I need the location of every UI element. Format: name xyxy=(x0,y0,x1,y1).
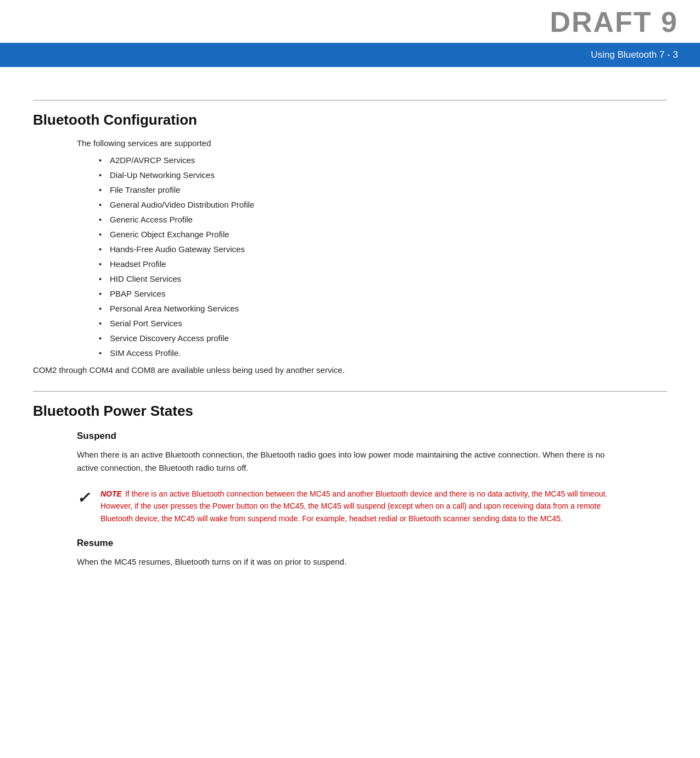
suspend-text: When there is an active Bluetooth connec… xyxy=(77,448,623,475)
section-divider-1 xyxy=(33,100,667,101)
list-item: Personal Area Networking Services xyxy=(99,304,667,313)
note-box: ✓ NOTEIf there is an active Bluetooth co… xyxy=(77,488,623,525)
services-list: A2DP/AVRCP ServicesDial-Up Networking Se… xyxy=(99,155,667,358)
section1-heading: Bluetooth Configuration xyxy=(33,112,667,129)
list-item: Generic Access Profile xyxy=(99,215,667,224)
list-item: Headset Profile xyxy=(99,259,667,269)
list-item: PBAP Services xyxy=(99,289,667,298)
section-divider-2 xyxy=(33,391,667,392)
section1-intro: The following services are supported xyxy=(77,138,667,148)
list-item: Hands-Free Audio Gateway Services xyxy=(99,244,667,254)
note-label: NOTE xyxy=(100,489,122,498)
list-item: Serial Port Services xyxy=(99,319,667,328)
main-content: Bluetooth Configuration The following se… xyxy=(0,67,700,599)
draft-title: DRAFT 9 xyxy=(550,5,678,38)
resume-subheading: Resume xyxy=(77,538,623,549)
list-item: Dial-Up Networking Services xyxy=(99,170,667,180)
chapter-bar: Using Bluetooth 7 - 3 xyxy=(0,43,700,67)
list-item: SIM Access Profile. xyxy=(99,348,667,358)
note-content: NOTEIf there is an active Bluetooth conn… xyxy=(100,488,623,525)
list-item: Generic Object Exchange Profile xyxy=(99,230,667,239)
list-item: Service Discovery Access profile xyxy=(99,333,667,343)
list-item: A2DP/AVRCP Services xyxy=(99,155,667,165)
chapter-bar-text: Using Bluetooth 7 - 3 xyxy=(591,49,678,60)
list-item: HID Client Services xyxy=(99,274,667,283)
suspend-subheading: Suspend xyxy=(77,431,623,442)
note-checkmark-icon: ✓ xyxy=(77,489,89,507)
resume-text: When the MC45 resumes, Bluetooth turns o… xyxy=(77,555,623,568)
page-header: DRAFT 9 xyxy=(0,0,700,43)
note-text: If there is an active Bluetooth connecti… xyxy=(100,489,607,523)
list-item: File Transfer profile xyxy=(99,185,667,194)
section2-heading: Bluetooth Power States xyxy=(33,403,667,420)
list-item: General Audio/Video Distribution Profile xyxy=(99,200,667,209)
com-note: COM2 through COM4 and COM8 are available… xyxy=(33,365,667,375)
